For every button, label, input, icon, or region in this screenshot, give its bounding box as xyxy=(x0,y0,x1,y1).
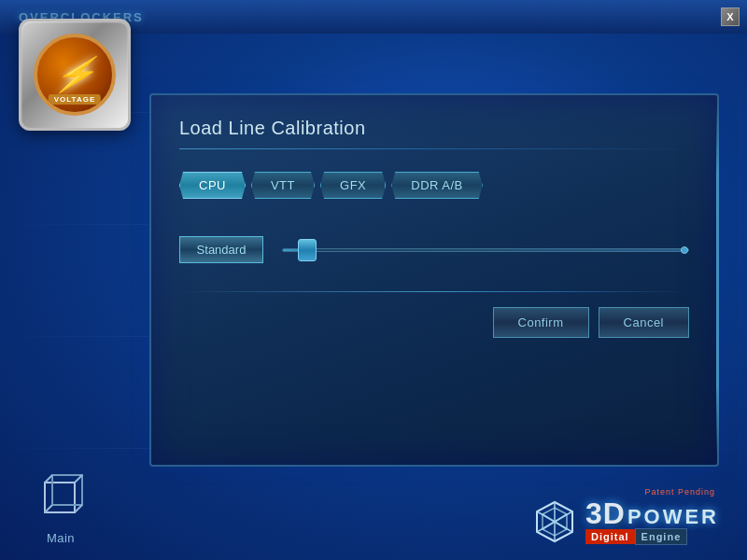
panel-title: Load Line Calibration xyxy=(179,118,689,139)
title-divider xyxy=(179,148,689,149)
engine-label: Engine xyxy=(635,528,688,545)
power-main: 3D POWER Digital Engine xyxy=(531,498,719,545)
slider-track xyxy=(282,248,689,252)
logo-label: VOLTAGE xyxy=(49,94,101,105)
logo-circle: ⚡ VOLTAGE xyxy=(34,34,116,116)
digital-label: Digital xyxy=(585,529,635,544)
slider-max-dot xyxy=(681,246,688,254)
confirm-button[interactable]: Confirm xyxy=(493,307,589,338)
close-button[interactable]: X xyxy=(721,7,740,26)
tab-gfx[interactable]: GFX xyxy=(320,172,386,199)
power-hex-icon xyxy=(531,498,578,545)
lightning-icon: ⚡ xyxy=(50,58,98,91)
logo-outer: ⚡ VOLTAGE xyxy=(19,19,131,131)
cube-icon xyxy=(28,462,93,527)
slider-thumb[interactable] xyxy=(298,239,317,261)
power-3d-label: 3D xyxy=(585,498,626,528)
svg-line-3 xyxy=(75,475,82,483)
power-sub: Digital Engine xyxy=(585,528,719,545)
slider-container[interactable] xyxy=(282,248,689,252)
svg-line-4 xyxy=(75,505,82,512)
tab-vtt[interactable]: VTT xyxy=(251,172,315,199)
tabs-container: CPU VTT GFX DDR A/B xyxy=(179,172,689,199)
power-name-label: POWER xyxy=(627,507,719,527)
app-logo: ⚡ VOLTAGE xyxy=(19,19,140,140)
main-nav-label: Main xyxy=(47,531,75,545)
tab-cpu[interactable]: CPU xyxy=(179,172,246,199)
main-panel: Load Line Calibration CPU VTT GFX DDR A/… xyxy=(149,93,719,467)
main-nav[interactable]: Main xyxy=(28,462,93,545)
svg-line-5 xyxy=(45,505,52,512)
power-text: 3D POWER Digital Engine xyxy=(585,498,719,545)
patent-text: Patent Pending xyxy=(644,487,715,497)
slider-section: Standard xyxy=(179,236,689,263)
tab-ddr[interactable]: DDR A/B xyxy=(391,172,483,199)
brand-logo: Patent Pending 3D POWER xyxy=(531,487,719,545)
cancel-button[interactable]: Cancel xyxy=(599,307,689,338)
bottom-area: Main Patent Pending 3D xyxy=(0,457,747,560)
svg-line-2 xyxy=(45,475,52,483)
panel-accent xyxy=(716,105,719,455)
bottom-divider xyxy=(179,291,689,292)
slider-label: Standard xyxy=(179,236,263,263)
action-buttons: Confirm Cancel xyxy=(179,307,689,338)
